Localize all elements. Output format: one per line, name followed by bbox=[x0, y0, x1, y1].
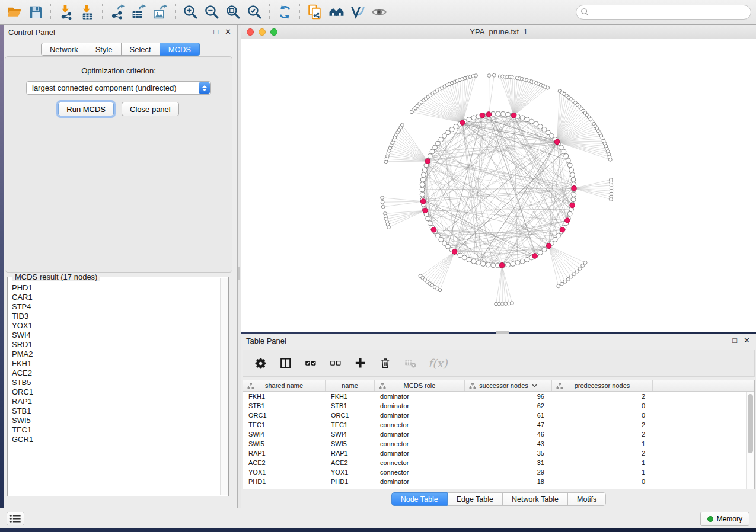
float-table-panel-icon[interactable]: □ bbox=[732, 335, 737, 345]
network-node[interactable] bbox=[491, 263, 496, 268]
network-node[interactable] bbox=[525, 117, 529, 122]
satellite-node[interactable] bbox=[581, 264, 585, 268]
table-row[interactable]: SWI5SWI5connector431 bbox=[243, 439, 746, 448]
mcds-result-item[interactable]: CAR1 bbox=[8, 293, 220, 302]
close-panel-button[interactable]: Close panel bbox=[122, 102, 179, 116]
mcds-result-item[interactable]: STB5 bbox=[8, 378, 220, 387]
network-node[interactable] bbox=[422, 168, 427, 172]
select-all-button[interactable] bbox=[304, 356, 318, 371]
mcds-list-scrollbar[interactable] bbox=[220, 278, 228, 495]
satellite-node[interactable] bbox=[560, 282, 564, 286]
close-panel-icon[interactable]: ✕ bbox=[225, 27, 231, 37]
column-header-successor-nodes[interactable]: successor nodes bbox=[465, 380, 552, 391]
network-node[interactable] bbox=[433, 145, 438, 150]
satellite-node[interactable] bbox=[557, 284, 560, 288]
table-row[interactable]: YOX1YOX1connector291 bbox=[243, 467, 746, 477]
column-header-MCDS-role[interactable]: MCDS role bbox=[375, 380, 465, 391]
satellite-node[interactable] bbox=[381, 196, 384, 200]
export-table-button[interactable] bbox=[128, 2, 149, 23]
network-node[interactable] bbox=[471, 116, 476, 120]
network-node[interactable] bbox=[538, 124, 543, 129]
mcds-result-item[interactable]: ORC1 bbox=[8, 387, 220, 397]
network-node[interactable] bbox=[571, 197, 576, 202]
network-node[interactable] bbox=[462, 255, 467, 260]
mcds-result-item[interactable]: SRD1 bbox=[8, 340, 220, 350]
column-header-predecessor-nodes[interactable]: predecessor nodes bbox=[552, 380, 653, 391]
horizontal-splitter-grip[interactable] bbox=[496, 331, 509, 334]
satellite-node[interactable] bbox=[570, 275, 573, 278]
network-node[interactable] bbox=[567, 163, 572, 168]
table-row[interactable]: TEC1TEC1connector472 bbox=[243, 420, 746, 430]
network-window-titlebar[interactable]: YPA_prune.txt_1 bbox=[241, 25, 756, 39]
network-node[interactable] bbox=[529, 119, 534, 124]
tab-network[interactable]: Network bbox=[41, 43, 87, 56]
table-row[interactable]: RAP1RAP1dominator352 bbox=[243, 448, 746, 458]
network-node[interactable] bbox=[486, 262, 490, 267]
table-row[interactable]: FKH1FKH1dominator962 bbox=[243, 392, 746, 401]
network-node[interactable] bbox=[569, 168, 574, 172]
satellite-node[interactable] bbox=[563, 280, 567, 283]
mcds-result-item[interactable]: RAP1 bbox=[8, 397, 220, 406]
network-node[interactable] bbox=[506, 112, 511, 117]
network-node[interactable] bbox=[506, 262, 511, 267]
mcds-hub-node[interactable] bbox=[425, 159, 430, 164]
mcds-result-item[interactable]: SWI4 bbox=[8, 331, 220, 340]
tab-network-table[interactable]: Network Table bbox=[503, 492, 568, 506]
satellite-node[interactable] bbox=[487, 74, 491, 78]
unselect-all-button[interactable] bbox=[328, 356, 343, 371]
table-scrollbar-thumb[interactable] bbox=[748, 394, 753, 453]
network-node[interactable] bbox=[520, 259, 525, 264]
mcds-result-item[interactable]: PHD1 bbox=[8, 283, 220, 293]
network-node[interactable] bbox=[564, 153, 569, 158]
mcds-hub-node[interactable] bbox=[572, 186, 577, 191]
satellite-node[interactable] bbox=[474, 74, 478, 78]
network-node[interactable] bbox=[572, 192, 576, 197]
mcds-hub-node[interactable] bbox=[560, 227, 565, 233]
network-node[interactable] bbox=[481, 262, 486, 267]
mcds-result-item[interactable]: SWI5 bbox=[8, 416, 220, 425]
network-node[interactable] bbox=[496, 111, 500, 116]
show-columns-button[interactable] bbox=[279, 356, 294, 371]
satellite-node[interactable] bbox=[387, 226, 391, 229]
mcds-result-item[interactable]: STP4 bbox=[8, 302, 220, 312]
satellite-node[interactable] bbox=[608, 158, 612, 161]
network-node[interactable] bbox=[449, 127, 454, 132]
mcds-result-list[interactable]: PHD1CAR1STP4TID3YOX1SWI4SRD1PMA2FKH1ACE2… bbox=[8, 278, 220, 495]
mcds-result-item[interactable]: TEC1 bbox=[8, 425, 220, 435]
mcds-hub-node[interactable] bbox=[480, 113, 485, 118]
mcds-hub-node[interactable] bbox=[431, 227, 436, 233]
minimize-window-icon[interactable] bbox=[259, 28, 266, 36]
network-canvas[interactable] bbox=[241, 39, 756, 332]
new-column-button[interactable] bbox=[353, 356, 368, 371]
search-input[interactable] bbox=[576, 5, 751, 20]
network-node[interactable] bbox=[422, 172, 426, 177]
satellite-node[interactable] bbox=[511, 302, 514, 305]
zoom-in-button[interactable] bbox=[180, 2, 201, 23]
optimization-criterion-select[interactable]: largest connected component (undirected) bbox=[26, 81, 211, 95]
tab-mcds[interactable]: MCDS bbox=[160, 43, 200, 56]
satellite-node[interactable] bbox=[578, 267, 582, 271]
mcds-result-item[interactable]: STB1 bbox=[8, 406, 220, 416]
style-tool-button[interactable] bbox=[347, 2, 368, 23]
network-node[interactable] bbox=[420, 182, 425, 187]
mcds-hub-node[interactable] bbox=[460, 120, 465, 126]
satellite-node[interactable] bbox=[576, 270, 579, 273]
open-file-button[interactable] bbox=[4, 2, 25, 23]
network-node[interactable] bbox=[562, 149, 566, 154]
satellite-node[interactable] bbox=[609, 198, 613, 201]
save-session-button[interactable] bbox=[25, 2, 46, 23]
network-node[interactable] bbox=[538, 250, 543, 255]
column-header-name[interactable]: name bbox=[326, 380, 375, 391]
network-node[interactable] bbox=[467, 117, 471, 122]
table-row[interactable]: SWI4SWI4dominator462 bbox=[243, 430, 746, 439]
mcds-hub-node[interactable] bbox=[570, 203, 575, 208]
network-node[interactable] bbox=[430, 149, 435, 154]
mcds-result-item[interactable]: TID3 bbox=[8, 312, 220, 321]
tab-edge-table[interactable]: Edge Table bbox=[448, 492, 503, 506]
table-scrollbar[interactable] bbox=[746, 392, 754, 489]
network-node[interactable] bbox=[426, 216, 430, 221]
network-node[interactable] bbox=[511, 262, 515, 267]
network-node[interactable] bbox=[471, 259, 476, 264]
network-node[interactable] bbox=[534, 121, 538, 126]
table-row[interactable]: STB1STB1dominator620 bbox=[243, 401, 746, 411]
